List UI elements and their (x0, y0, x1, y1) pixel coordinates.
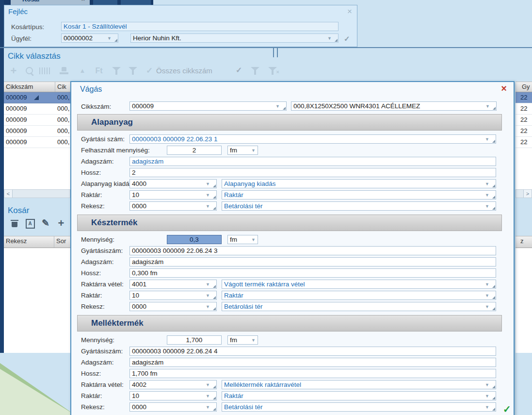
value-combo[interactable]: 00000003 000009 22.06.23 1▼ (129, 134, 496, 144)
horizontal-scrollbar[interactable]: < (4, 189, 70, 198)
column-header-fragment[interactable]: z (516, 236, 532, 248)
dropdown-arrow-icon[interactable]: ▼ (485, 192, 489, 198)
dropdown-arrow-icon[interactable]: ▼ (485, 404, 489, 410)
dropdown-arrow-icon[interactable]: ▼ (485, 136, 489, 142)
up-icon[interactable]: ▲ (76, 65, 89, 77)
dropdown-arrow-icon[interactable]: ▼ (485, 304, 489, 310)
tab-hidden-1[interactable] (93, 0, 117, 5)
code-combo[interactable]: 10▼ (129, 291, 217, 300)
delete-all-icon[interactable]: A (23, 217, 37, 229)
horizontal-scrollbar-right[interactable]: > (516, 189, 532, 198)
dropdown-arrow-icon[interactable]: ▼ (206, 282, 210, 287)
name-combo[interactable]: Raktár▼ (222, 190, 496, 199)
dropdown-arrow-icon[interactable]: ▼ (485, 293, 489, 299)
search-icon[interactable] (22, 65, 36, 77)
scroll-left-button[interactable]: < (4, 190, 13, 198)
name-combo[interactable]: Betárolási tér▼ (222, 302, 496, 311)
stamp-icon[interactable] (57, 65, 71, 77)
dropdown-arrow-icon[interactable]: ▼ (251, 148, 256, 153)
column-header-rekesz[interactable]: Rekesz (4, 236, 54, 248)
table-row-right[interactable]: 22 (516, 103, 532, 115)
name-combo[interactable]: Raktár▼ (222, 391, 496, 400)
item-code-combo[interactable]: 000009▼ (129, 101, 287, 111)
filter-icon[interactable] (110, 65, 123, 77)
quantity-input[interactable]: 1,700 (167, 335, 222, 345)
value-field[interactable]: 2 (129, 168, 496, 177)
column-header-cikkszam[interactable]: Cikkszám (4, 82, 55, 92)
value-field[interactable]: 00000003 000009 22.06.24 3 (129, 246, 496, 255)
name-combo[interactable]: Vágott termék raktárra vétel▼ (222, 280, 496, 289)
dropdown-arrow-icon[interactable]: ▼ (485, 181, 489, 187)
delete-icon[interactable] (8, 217, 21, 229)
table-row[interactable]: 000009000, (4, 126, 70, 137)
name-combo[interactable]: Raktár▼ (222, 291, 496, 300)
code-combo[interactable]: 0000▼ (129, 201, 217, 211)
close-icon[interactable]: × (347, 7, 352, 17)
edit-icon[interactable]: ✎ (39, 217, 52, 229)
dropdown-arrow-icon[interactable]: ▼ (485, 382, 489, 388)
dropdown-arrow-icon[interactable]: ▼ (206, 293, 210, 299)
dropdown-arrow-icon[interactable]: ▼ (206, 203, 210, 209)
value-field[interactable]: 0,300 fm (129, 268, 496, 278)
unit-combo[interactable]: fm▼ (227, 335, 258, 345)
dropdown-arrow-icon[interactable]: ▼ (206, 382, 210, 388)
code-combo[interactable]: 4000▼ (129, 179, 217, 188)
value-field[interactable]: 00000003 000009 22.06.24 4 (129, 347, 496, 356)
customer-name-combo[interactable]: Herior Nuhin Kft. ▼ (130, 33, 339, 43)
filter-clear-icon[interactable]: × (266, 65, 279, 77)
dropdown-arrow-icon[interactable]: ▼ (485, 103, 490, 109)
name-combo[interactable]: Betárolási tér▼ (222, 402, 496, 412)
dropdown-arrow-icon[interactable]: ▼ (251, 237, 256, 243)
table-row-right[interactable]: 22 (516, 137, 532, 148)
table-row-right[interactable]: 22 (516, 115, 532, 126)
dropdown-arrow-icon[interactable]: ▼ (485, 203, 489, 209)
dropdown-arrow-icon[interactable]: ▼ (206, 393, 210, 399)
dropdown-arrow-icon[interactable]: ▼ (485, 282, 489, 287)
code-combo[interactable]: 0000▼ (129, 302, 217, 311)
name-combo[interactable]: Melléktermék raktárravétel▼ (222, 380, 496, 389)
quantity-input[interactable]: 2 (167, 146, 222, 155)
table-row[interactable]: 000009000, (4, 103, 70, 115)
code-combo[interactable]: 4002▼ (129, 380, 217, 389)
dropdown-arrow-icon[interactable]: ▼ (275, 103, 280, 109)
barcode-icon[interactable] (38, 65, 51, 77)
dropdown-arrow-icon[interactable]: ▼ (206, 181, 210, 187)
dropdown-arrow-icon[interactable]: ▼ (327, 35, 332, 41)
currency-ft-icon[interactable]: Ft (92, 65, 106, 77)
value-field[interactable]: adagiszám (129, 157, 496, 166)
dropdown-arrow-icon[interactable]: ▼ (206, 304, 210, 310)
scroll-right-button[interactable]: > (523, 190, 532, 198)
column-header-2[interactable]: Cik (55, 82, 70, 92)
column-header-gy[interactable]: Gy (516, 82, 532, 92)
name-combo[interactable]: Alapanyag kiadás▼ (222, 179, 496, 188)
quantity-input[interactable]: 0,3 (167, 235, 222, 244)
dialog-confirm-icon[interactable]: ✓ (503, 403, 511, 415)
dropdown-arrow-icon[interactable]: ▼ (107, 35, 112, 41)
item-name-combo[interactable]: 000,8X1250X2500 WNR4301 ACÉLLEMEZ▼ (291, 101, 497, 111)
unit-combo[interactable]: fm▼ (227, 146, 258, 155)
table-row[interactable]: 000009000, (4, 115, 70, 126)
table-row[interactable]: 000009000, (4, 92, 70, 103)
name-combo[interactable]: Betárolási tér▼ (222, 201, 496, 211)
value-field[interactable]: adagiszám (129, 358, 496, 367)
code-combo[interactable]: 0000▼ (129, 402, 217, 412)
tab-kosar[interactable]: Kosár × (11, 0, 90, 5)
tab-close-icon[interactable]: × (81, 0, 85, 5)
dropdown-arrow-icon[interactable]: ▼ (485, 393, 489, 399)
column-header-sor[interactable]: Sor (54, 236, 70, 248)
dropdown-arrow-icon[interactable]: ▼ (206, 192, 210, 198)
add-icon[interactable]: + (7, 65, 20, 77)
confirm-icon[interactable]: ✓ (344, 34, 350, 43)
customer-code-combo[interactable]: 00000002 ▼ (61, 33, 118, 43)
add-icon[interactable]: + (54, 217, 68, 229)
unit-combo[interactable]: fm▼ (227, 235, 258, 244)
code-combo[interactable]: 10▼ (129, 190, 217, 199)
table-row-right[interactable]: 22 (516, 126, 532, 137)
confirm-icon[interactable]: ✓ (143, 65, 156, 77)
value-field[interactable]: adagiszám (129, 257, 496, 266)
tab-hidden-2[interactable] (121, 0, 151, 5)
filter-confirm-icon[interactable] (126, 65, 140, 77)
code-combo[interactable]: 10▼ (129, 391, 217, 400)
code-combo[interactable]: 4001▼ (129, 280, 217, 289)
dropdown-arrow-icon[interactable]: ▼ (251, 337, 256, 343)
